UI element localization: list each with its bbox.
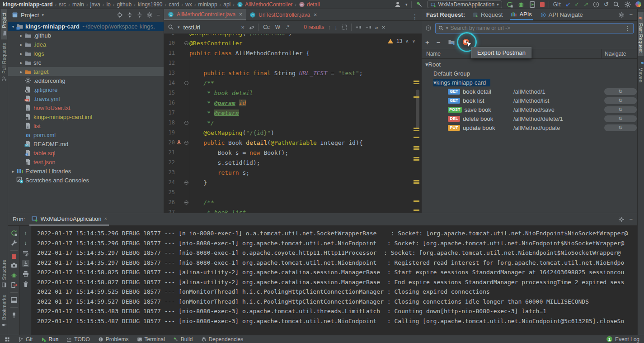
run-with-coverage-button[interactable]	[529, 1, 536, 8]
run-button[interactable]	[506, 1, 513, 8]
tree-chevron-icon[interactable]: ▸	[18, 60, 24, 65]
status-bar-item-build[interactable]: Build	[173, 336, 193, 343]
whole-words-toggle[interactable]: W	[274, 24, 281, 30]
code-line[interactable]: 17 * @return	[164, 108, 422, 118]
settings-gear-icon[interactable]	[624, 1, 631, 8]
project-tree-item[interactable]: table.sql	[8, 148, 164, 157]
search-options-kebab-icon[interactable]: ⋮	[625, 25, 630, 31]
remove-selection-icon[interactable]	[365, 24, 371, 30]
status-bar-item-problems[interactable]: Problems	[98, 336, 129, 343]
api-row[interactable]: GETbook list/allMethod/list↻	[422, 96, 637, 105]
error-stripe-mark[interactable]	[414, 96, 419, 98]
project-tree-item[interactable]: kings-miniapp-card.iml	[8, 112, 164, 121]
user-dropdown-icon[interactable]: ▾	[405, 2, 408, 7]
search-input[interactable]	[183, 24, 238, 31]
api-group-row[interactable]: Default Group	[422, 69, 637, 78]
close-tab-icon[interactable]: ×	[239, 11, 242, 18]
fast-request-settings-icon[interactable]	[618, 12, 625, 18]
hide-panel-icon[interactable]: −	[629, 12, 633, 18]
status-bar-item-dependencies[interactable]: Dependencies	[201, 336, 244, 343]
error-stripe-mark[interactable]	[414, 137, 419, 138]
code-line[interactable]: 18 */	[164, 118, 422, 128]
navigate-button[interactable]: ↻	[604, 88, 637, 95]
api-row[interactable]: PUTupdate book/allMethod/update↻	[422, 123, 637, 132]
breadcrumb-item[interactable]: github	[117, 1, 132, 8]
debug-button[interactable]	[517, 1, 525, 8]
tree-chevron-icon[interactable]: ▸	[10, 169, 16, 174]
api-row[interactable]: GETbook detail/allMethod/1↻	[422, 87, 637, 96]
code-line[interactable]: 9@RequestMapping("/allMethod")	[164, 34, 422, 38]
up-stack-trace-icon[interactable]: ↑	[24, 229, 27, 236]
fold-marker-icon[interactable]	[184, 200, 188, 205]
editor-scrollbar[interactable]	[416, 90, 419, 128]
project-tree-item[interactable]: ▾kings-miniapp-card~/develop/workspace-k…	[8, 22, 164, 31]
project-tree-item[interactable]: ▸target	[8, 67, 164, 76]
breadcrumb-item[interactable]: main	[72, 1, 84, 8]
regex-toggle[interactable]: .*	[285, 24, 290, 30]
error-stripe-mark[interactable]	[414, 81, 419, 82]
project-tree-item[interactable]: ▸.idea	[8, 40, 164, 49]
code-line[interactable]: 23 return s;	[164, 167, 422, 177]
navigate-button[interactable]: ↻	[604, 124, 637, 131]
error-stripe-mark[interactable]	[414, 182, 419, 184]
collapse-all-icon[interactable]	[136, 12, 143, 18]
project-panel-title[interactable]: Project	[21, 12, 39, 19]
run-configuration-selector[interactable]: WxMaDemoApplication ▾	[427, 0, 502, 8]
soft-wrap-icon[interactable]	[22, 249, 29, 257]
fold-marker-icon[interactable]	[184, 41, 188, 45]
tree-chevron-icon[interactable]: ▸	[18, 42, 24, 47]
error-stripe-mark[interactable]	[414, 200, 419, 202]
stripe-tab-pull-requests[interactable]: Pull Requests	[1, 39, 7, 85]
inspections-widget[interactable]: 13 ∧ ∨	[388, 38, 415, 44]
search-history-chevron-icon[interactable]: ▾	[178, 25, 180, 29]
chevron-down-icon[interactable]: ▾	[42, 13, 44, 17]
console-output[interactable]: 2022-01-17 15:14:35.296 DEBUG 18577 --- …	[32, 226, 637, 335]
editor-tabs-menu-icon[interactable]: ⋮	[408, 13, 422, 20]
build-hammer-icon[interactable]	[416, 1, 423, 8]
api-search-input[interactable]	[451, 25, 622, 31]
error-stripe-mark[interactable]	[414, 180, 419, 181]
thread-dump-icon[interactable]	[10, 262, 18, 269]
previous-warning-icon[interactable]: ∧	[405, 39, 409, 43]
tool-window-switcher-icon[interactable]	[5, 337, 10, 342]
close-tab-icon[interactable]: ×	[314, 12, 317, 18]
tab-request[interactable]: Request	[471, 9, 503, 20]
code-line[interactable]: 26 /**	[164, 197, 422, 207]
help-icon[interactable]: ?	[425, 25, 432, 31]
code-line[interactable]: 22 s.setId(id);	[164, 157, 422, 167]
user-icon[interactable]	[394, 1, 401, 8]
code-line[interactable]: 19 @GetMapping("/{id}")	[164, 128, 422, 138]
run-settings-icon[interactable]	[618, 216, 625, 223]
code-line[interactable]: 14 /**	[164, 78, 422, 88]
stop-process-button[interactable]	[12, 254, 16, 259]
breadcrumb-item[interactable]: io	[106, 1, 110, 8]
tree-chevron-icon[interactable]: ▾	[10, 24, 16, 29]
project-tree-item[interactable]: .editorconfig	[8, 76, 164, 85]
panel-settings-icon[interactable]	[146, 12, 153, 18]
navigate-button[interactable]: ↻	[604, 97, 637, 104]
stripe-tab-maven[interactable]: mMaven	[638, 56, 644, 86]
breadcrumb-item[interactable]: card	[169, 1, 179, 8]
column-divider[interactable]	[601, 49, 602, 58]
code-line[interactable]: 13 public static final String URL_TEST =…	[164, 68, 422, 78]
error-stripe-mark[interactable]	[414, 157, 419, 158]
newline-search-icon[interactable]	[248, 24, 254, 30]
api-search-box[interactable]: ▾ ⋮	[435, 23, 634, 33]
git-commit-button[interactable]: ✓	[574, 1, 579, 7]
code-line[interactable]: 21 Book s = new Book();	[164, 148, 422, 157]
project-tree-item[interactable]: YML.travis.yml	[8, 94, 164, 103]
column-header-navigate[interactable]: Navigate	[605, 51, 626, 57]
api-row[interactable]: DELdelete book/allMethod/delete/1↻	[422, 114, 637, 123]
navigate-button[interactable]: ↻	[604, 106, 637, 113]
history-icon[interactable]	[592, 1, 600, 8]
project-tree-item[interactable]: ▸External Libraries	[8, 167, 164, 176]
code-line[interactable]: 25	[164, 187, 422, 197]
status-bar-item-todo[interactable]: TODO	[66, 336, 89, 343]
previous-occurrence-icon[interactable]: ↑	[328, 24, 331, 30]
hide-panel-icon[interactable]: −	[156, 12, 160, 18]
stripe-tab-structure[interactable]: Structure	[1, 256, 7, 291]
project-tree-item[interactable]: mpom.xml	[8, 130, 164, 139]
ide-feature-icon[interactable]	[635, 1, 641, 7]
status-bar-item-run[interactable]: Run	[41, 336, 58, 343]
group-by-package-icon[interactable]	[448, 38, 455, 46]
